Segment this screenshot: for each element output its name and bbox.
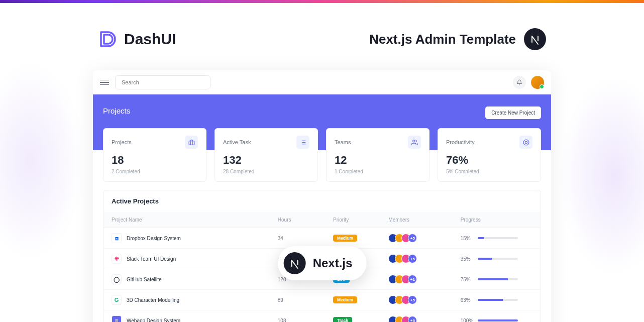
nextjs-badge-icon [284, 252, 306, 274]
card-label: Teams [335, 139, 351, 145]
project-name: Webapp Design System [127, 318, 180, 323]
table-header-row: Project Name Hours Priority Members Prog… [103, 212, 541, 228]
create-project-button[interactable]: Create New Project [485, 106, 541, 119]
stat-card: Productivity 76% 5% Completed [438, 128, 541, 182]
svg-rect-0 [189, 141, 194, 145]
bell-icon [516, 79, 522, 85]
user-avatar[interactable] [531, 76, 544, 89]
project-name: Dropbox Design System [127, 236, 181, 241]
svg-point-8 [523, 140, 529, 145]
bg-glow-left [0, 60, 85, 261]
col-progress: Progress [461, 217, 532, 223]
project-name: GitHub Satellite [127, 277, 161, 282]
members-list: +5 [388, 254, 460, 263]
card-label: Active Task [223, 139, 251, 145]
project-hours: 108 [278, 318, 333, 323]
search-input[interactable] [115, 75, 210, 89]
col-hours: Hours [278, 217, 333, 223]
project-icon: G [112, 295, 122, 305]
members-list: +5 [388, 295, 460, 304]
progress-text: 35% [461, 256, 474, 262]
members-list: +5 [388, 234, 460, 243]
briefcase-icon [185, 136, 198, 149]
project-icon: ≡ [112, 315, 122, 322]
dashui-logo-icon [98, 29, 118, 49]
progress-bar [478, 299, 518, 301]
stat-card: Projects 18 2 Completed [103, 128, 206, 182]
progress-text: 63% [461, 297, 474, 303]
nextjs-badge-text: Next.js [313, 256, 353, 270]
stat-cards: Projects 18 2 Completed Active Task 132 … [93, 128, 551, 182]
tagline: Next.js Admin Template [369, 28, 546, 50]
card-subtext: 28 Completed [223, 169, 309, 174]
table-title: Active Projects [103, 190, 541, 212]
progress-text: 15% [461, 236, 474, 241]
col-priority: Priority [333, 217, 388, 223]
project-name: Slack Team UI Design [127, 256, 176, 262]
page-header: DashUI Next.js Admin Template [0, 3, 644, 70]
card-label: Projects [112, 139, 132, 145]
card-value: 12 [335, 154, 421, 167]
table-row[interactable]: ≡ Webapp Design System 108 Track +5 100% [103, 310, 541, 322]
nextjs-badge: Next.js [278, 246, 367, 280]
bg-glow-right [559, 75, 644, 276]
table-row[interactable]: G 3D Character Modelling 89 Medium +5 63… [103, 290, 541, 310]
card-value: 132 [223, 154, 309, 167]
progress-text: 75% [461, 277, 474, 282]
col-project-name: Project Name [112, 217, 278, 223]
notifications-button[interactable] [513, 76, 526, 89]
card-value: 76% [446, 154, 532, 167]
svg-point-9 [525, 141, 527, 143]
progress-bar [478, 237, 518, 239]
svg-point-7 [412, 140, 414, 142]
topbar [93, 70, 551, 94]
project-hours: 34 [278, 236, 333, 241]
project-hours: 89 [278, 297, 333, 303]
members-list: +5 [388, 316, 460, 322]
member-more[interactable]: +1 [408, 275, 417, 284]
users-icon [408, 136, 421, 149]
col-members: Members [388, 217, 460, 223]
brand-name: DashUI [124, 31, 176, 48]
priority-badge: Medium [333, 296, 357, 303]
card-value: 18 [112, 154, 198, 167]
card-label: Productivity [446, 139, 475, 145]
project-icon: ⁜ [112, 254, 122, 264]
list-icon [296, 136, 309, 149]
hamburger-icon[interactable] [100, 80, 109, 85]
dashboard-preview: Projects Create New Project Projects 18 … [93, 70, 551, 322]
project-name: 3D Character Modelling [127, 297, 179, 303]
page-title: Projects [103, 106, 130, 115]
brand-logo: DashUI [98, 29, 176, 49]
progress-bar [478, 278, 518, 280]
nextjs-icon [524, 28, 546, 50]
priority-badge: Track [333, 317, 352, 322]
stat-card: Teams 12 1 Completed [326, 128, 430, 182]
target-icon [519, 136, 532, 149]
member-more[interactable]: +5 [408, 254, 417, 263]
card-subtext: 5% Completed [446, 169, 532, 174]
progress-bar [478, 319, 518, 321]
stat-card: Active Task 132 28 Completed [214, 128, 318, 182]
member-more[interactable]: +5 [408, 234, 417, 243]
progress-text: 100% [461, 318, 474, 323]
progress-bar [478, 258, 518, 260]
tagline-text: Next.js Admin Template [369, 32, 516, 47]
card-subtext: 1 Completed [335, 169, 421, 174]
priority-badge: Medium [333, 235, 357, 242]
table-row[interactable]: ⧈ Dropbox Design System 34 Medium +5 15% [103, 228, 541, 249]
member-more[interactable]: +5 [408, 295, 417, 304]
project-icon: ◯ [112, 274, 122, 284]
member-more[interactable]: +5 [408, 316, 417, 322]
project-icon: ⧈ [112, 233, 122, 243]
card-subtext: 2 Completed [112, 169, 198, 174]
members-list: +1 [388, 275, 460, 284]
